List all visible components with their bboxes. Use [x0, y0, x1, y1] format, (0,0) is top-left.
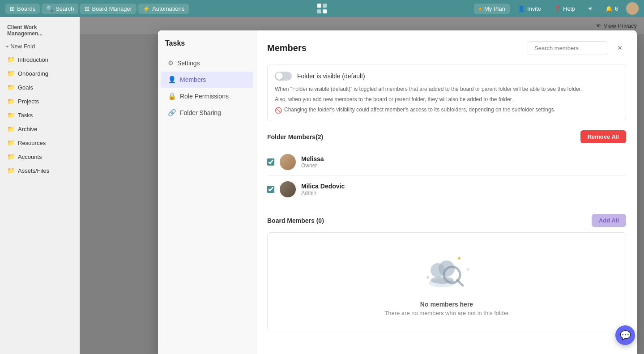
modal-nav-members[interactable]: 👤 Members — [161, 72, 253, 88]
member-name: Milica Dedovic — [301, 183, 345, 190]
boards-label: Boards — [17, 5, 35, 12]
board-manager-button[interactable]: ⊞ Board Manager — [80, 4, 136, 14]
search-icon: 🔍 — [46, 5, 53, 12]
svg-line-5 — [457, 280, 463, 286]
nav-right: ● My Plan 👤 Invite ❓ Help ☀ 🔔 6 — [474, 2, 639, 15]
member-info-melissa: Melissa Owner — [301, 155, 324, 169]
modal-sidebar: Tasks ⚙ Settings 👤 Members 🔒 Role Permis… — [158, 30, 256, 354]
invite-button[interactable]: 👤 Invite — [513, 4, 546, 14]
toggle-label: Folder is visible (default) — [297, 73, 365, 80]
my-plan-button[interactable]: ● My Plan — [474, 4, 510, 14]
folder-icon: 📁 — [7, 125, 15, 132]
close-button[interactable]: × — [614, 42, 626, 55]
search-label: Search — [55, 5, 74, 12]
toggle-section: Folder is visible (default) When "Folder… — [267, 64, 626, 121]
folder-icon: 📁 — [7, 139, 15, 146]
search-button[interactable]: 🔍 Search — [42, 4, 78, 14]
folder-members-section: Folder Members(2) Remove All Melissa Own… — [267, 130, 626, 203]
help-label: Help — [563, 5, 575, 12]
member-checkbox-milica[interactable] — [267, 186, 274, 193]
user-avatar[interactable] — [626, 2, 639, 15]
empty-illustration: ✦ — [420, 247, 473, 294]
invite-icon: 👤 — [518, 5, 525, 12]
svg-point-7 — [426, 276, 429, 279]
warning-icon: 🚫 — [275, 107, 282, 114]
settings-icon: ⚙ — [168, 59, 174, 67]
boards-button[interactable]: ⊞ Boards — [5, 4, 40, 14]
content-area: 👁 View Privacy 6 Create New Ima... New A… — [80, 17, 644, 354]
help-button[interactable]: ❓ Help — [549, 4, 580, 14]
modal-nav-folder-sharing[interactable]: 🔗 Folder Sharing — [161, 105, 253, 121]
member-row-melissa: Melissa Owner — [267, 149, 626, 176]
member-avatar-melissa — [280, 154, 296, 170]
toggle-desc-2: Also, when you add new members to the bo… — [275, 95, 618, 104]
folder-icon: 📁 — [7, 167, 15, 174]
boards-icon: ⊞ — [10, 5, 15, 12]
main-layout: Client Work Managemen... + New Fold 📁 In… — [0, 17, 644, 354]
visibility-toggle[interactable] — [275, 72, 292, 81]
app-logo — [316, 2, 328, 15]
modal-title: Members — [267, 43, 307, 53]
automations-icon: ⚡ — [143, 5, 150, 12]
empty-state: ✦ No members here There are no members w… — [267, 232, 626, 331]
folder-members-title: Folder Members(2) — [267, 133, 323, 141]
member-role: Owner — [301, 162, 324, 169]
warning-text: Changing the folder's visibility could a… — [284, 107, 555, 113]
sidebar-item-projects[interactable]: 📁 Projects — [2, 94, 78, 108]
lock-icon: 🔒 — [168, 92, 176, 100]
sidebar-item-assets[interactable]: 📁 Assets/Files — [2, 164, 78, 177]
board-members-section: Board Members (0) Add All — [267, 214, 626, 331]
toggle-knob — [276, 73, 283, 80]
chat-icon: 💬 — [620, 330, 631, 341]
member-name: Melissa — [301, 155, 324, 162]
toggle-desc-1: When "Folder is visible (default)" is to… — [275, 85, 618, 94]
sidebar-item-archive[interactable]: 📁 Archive — [2, 122, 78, 136]
sidebar: Client Work Managemen... + New Fold 📁 In… — [0, 17, 80, 354]
folder-icon: 📁 — [7, 56, 15, 63]
member-row-milica: Milica Dedovic Admin — [267, 176, 626, 203]
modal-sidebar-title: Tasks — [158, 39, 256, 55]
notifications-count: 6 — [615, 5, 618, 12]
modal-main-content: Members × Folder is visible (default) Wh — [256, 30, 637, 354]
search-members-input[interactable] — [528, 41, 608, 55]
plan-icon: ● — [478, 5, 482, 12]
svg-point-8 — [467, 268, 469, 271]
share-icon: 🔗 — [168, 109, 176, 117]
remove-all-button[interactable]: Remove All — [580, 130, 626, 143]
sidebar-item-goals[interactable]: 📁 Goals — [2, 81, 78, 94]
sidebar-item-resources[interactable]: 📁 Resources — [2, 136, 78, 149]
member-role: Admin — [301, 190, 345, 196]
folder-icon: 📁 — [7, 84, 15, 91]
toggle-row: Folder is visible (default) — [275, 72, 618, 81]
member-avatar-milica — [280, 181, 296, 197]
svg-text:✦: ✦ — [456, 255, 462, 262]
sidebar-item-introduction[interactable]: 📁 Introduction — [2, 53, 78, 66]
my-plan-label: My Plan — [484, 5, 505, 12]
empty-desc: There are no members who are not in this… — [384, 310, 508, 316]
notifications-button[interactable]: 🔔 6 — [601, 4, 623, 14]
modal-header: Members × — [267, 41, 626, 55]
sidebar-item-tasks[interactable]: 📁 Tasks — [2, 108, 78, 122]
invite-label: Invite — [527, 5, 541, 12]
sidebar-item-onboarding[interactable]: 📁 Onboarding — [2, 67, 78, 80]
sidebar-item-accounts[interactable]: 📁 Accounts — [2, 150, 78, 163]
workspace-title: Client Work Managemen... — [2, 21, 78, 40]
folder-icon: 📁 — [7, 153, 15, 160]
board-members-header: Board Members (0) Add All — [267, 214, 626, 227]
folder-icon: 📁 — [7, 111, 15, 119]
automations-label: Automations — [152, 5, 184, 12]
help-icon: ❓ — [554, 5, 561, 12]
modal-nav-role-permissions[interactable]: 🔒 Role Permissions — [161, 88, 253, 104]
theme-toggle[interactable]: ☀ — [583, 4, 597, 14]
board-manager-label: Board Manager — [92, 5, 132, 12]
modal-nav-settings[interactable]: ⚙ Settings — [161, 55, 253, 71]
member-info-milica: Milica Dedovic Admin — [301, 183, 345, 196]
automations-button[interactable]: ⚡ Automations — [138, 4, 189, 14]
folder-members-header: Folder Members(2) Remove All — [267, 130, 626, 143]
modal-dialog: Tasks ⚙ Settings 👤 Members 🔒 Role Permis… — [158, 30, 637, 354]
chat-bubble[interactable]: 💬 — [615, 325, 635, 345]
add-all-button[interactable]: Add All — [592, 214, 626, 227]
new-folder-button[interactable]: + New Fold — [0, 40, 80, 52]
member-checkbox-melissa[interactable] — [267, 158, 274, 166]
folder-icon: 📁 — [7, 98, 15, 105]
